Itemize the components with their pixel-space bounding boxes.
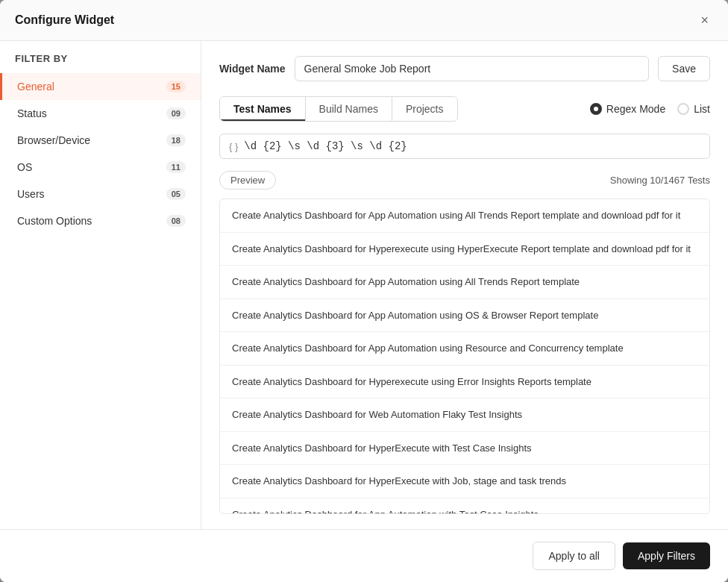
filter-by-label: Filter by xyxy=(0,53,201,73)
sidebar-item-os[interactable]: OS 11 xyxy=(0,154,201,181)
tab-test-names[interactable]: Test Names xyxy=(220,97,306,121)
sidebar-item-custom-options-label: Custom Options xyxy=(17,215,92,227)
close-button[interactable]: × xyxy=(696,12,713,28)
sidebar-item-users[interactable]: Users 05 xyxy=(0,181,201,207)
apply-filters-button[interactable]: Apply Filters xyxy=(623,542,710,569)
widget-name-row: Widget Name Save xyxy=(219,56,710,81)
list-mode-radio[interactable] xyxy=(677,103,689,115)
sidebar-item-os-badge: 11 xyxy=(166,161,186,173)
regex-mode-option[interactable]: Regex Mode xyxy=(590,103,665,115)
sidebar-item-general-badge: 15 xyxy=(166,81,186,93)
result-item: Create Analytics Dashboard for App Autom… xyxy=(220,266,709,299)
result-item: Create Analytics Dashboard for HyperExec… xyxy=(220,465,709,498)
results-list: Create Analytics Dashboard for App Autom… xyxy=(219,198,710,514)
configure-widget-modal: Configure Widget × Filter by General 15 … xyxy=(0,0,728,582)
mode-toggle: Regex Mode List xyxy=(590,103,710,115)
regex-mode-label: Regex Mode xyxy=(606,103,665,115)
regex-mode-radio[interactable] xyxy=(590,103,602,115)
regex-mode-radio-inner xyxy=(594,107,598,111)
result-item: Create Analytics Dashboard for App Autom… xyxy=(220,498,709,515)
sidebar-item-users-badge: 05 xyxy=(166,188,186,200)
result-item: Create Analytics Dashboard for App Autom… xyxy=(220,332,709,366)
result-item: Create Analytics Dashboard for Hyperexec… xyxy=(220,366,709,399)
sidebar-item-custom-options-badge: 08 xyxy=(166,215,186,227)
save-button[interactable]: Save xyxy=(658,56,710,81)
tabs-row: Test Names Build Names Projects Regex Mo… xyxy=(219,96,710,122)
result-item: Create Analytics Dashboard for Hyperexec… xyxy=(220,233,709,266)
widget-name-label: Widget Name xyxy=(219,63,286,75)
showing-text: Showing 10/1467 Tests xyxy=(610,175,710,186)
sidebar-item-custom-options[interactable]: Custom Options 08 xyxy=(0,207,201,234)
filter-regex-input[interactable] xyxy=(244,140,700,152)
list-mode-option[interactable]: List xyxy=(677,103,710,115)
filter-input-row: { } xyxy=(219,134,710,159)
tab-projects[interactable]: Projects xyxy=(392,97,457,121)
sidebar-item-status-badge: 09 xyxy=(166,107,186,119)
modal-footer: Apply to all Apply Filters xyxy=(0,529,728,582)
sidebar-item-browser-device-label: Browser/Device xyxy=(17,134,90,146)
sidebar: Filter by General 15 Status 09 Browser/D… xyxy=(0,41,201,529)
tab-build-names[interactable]: Build Names xyxy=(306,97,392,121)
modal-overlay: Configure Widget × Filter by General 15 … xyxy=(0,0,728,582)
widget-name-input[interactable] xyxy=(295,56,650,81)
list-mode-label: List xyxy=(694,103,710,115)
main-content: Widget Name Save Test Names Build Names … xyxy=(201,41,728,529)
result-item: Create Analytics Dashboard for App Autom… xyxy=(220,199,709,233)
sidebar-item-status[interactable]: Status 09 xyxy=(0,100,201,127)
modal-header: Configure Widget × xyxy=(0,0,728,41)
modal-title: Configure Widget xyxy=(15,13,114,27)
preview-bar: Preview Showing 10/1467 Tests xyxy=(219,171,710,190)
sidebar-item-os-label: OS xyxy=(17,161,32,173)
preview-button[interactable]: Preview xyxy=(219,171,276,190)
tabs-container: Test Names Build Names Projects xyxy=(219,96,458,122)
sidebar-item-browser-device-badge: 18 xyxy=(166,134,186,146)
filter-braces-icon: { } xyxy=(229,141,238,152)
modal-body: Filter by General 15 Status 09 Browser/D… xyxy=(0,41,728,529)
sidebar-item-users-label: Users xyxy=(17,188,45,200)
apply-to-all-button[interactable]: Apply to all xyxy=(533,542,615,570)
sidebar-item-general[interactable]: General 15 xyxy=(0,73,201,100)
result-item: Create Analytics Dashboard for Web Autom… xyxy=(220,398,709,432)
result-item: Create Analytics Dashboard for App Autom… xyxy=(220,299,709,333)
sidebar-item-general-label: General xyxy=(17,81,54,93)
sidebar-item-browser-device[interactable]: Browser/Device 18 xyxy=(0,127,201,154)
sidebar-item-status-label: Status xyxy=(17,107,47,119)
result-item: Create Analytics Dashboard for HyperExec… xyxy=(220,432,709,466)
